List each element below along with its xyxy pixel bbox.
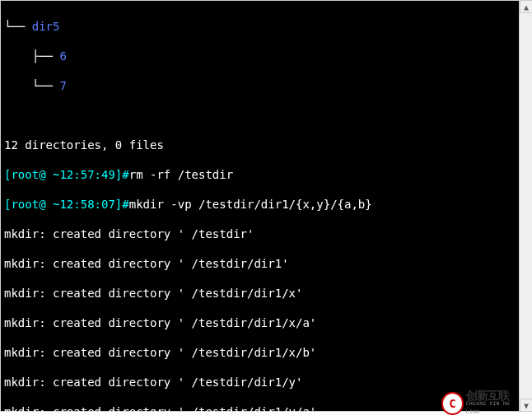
vertical-scrollbar[interactable]: ▲ ▼ xyxy=(519,0,532,412)
watermark-logo: C 创新互联 CHUANG XIN HU LIAN xyxy=(441,391,524,416)
directory-name: 7 xyxy=(59,79,66,92)
directory-name: dir5 xyxy=(32,20,60,33)
command-text: mkdir -vp /testdir/dir1/{x,y}/{a,b} xyxy=(129,198,372,211)
mkdir-output: mkdir: created directory ' /testdir/dir1… xyxy=(4,256,520,271)
tree-summary: 12 directories, 0 files xyxy=(4,138,520,152)
tree-output-line: └── dir5 xyxy=(4,19,520,34)
mkdir-output: mkdir: created directory ' /testdir/dir1… xyxy=(4,375,520,390)
tree-output-line: └── 7 xyxy=(4,78,520,93)
shell-prompt: [root@ ~12:58:07]# xyxy=(4,198,129,211)
mkdir-output: mkdir: created directory ' /testdir/dir1… xyxy=(4,315,520,330)
shell-prompt: [root@ ~12:57:49]# xyxy=(4,168,129,181)
mkdir-output: mkdir: created directory ' /testdir/dir1… xyxy=(4,345,520,360)
command-text: rm -rf /testdir xyxy=(129,168,233,181)
directory-name: 6 xyxy=(59,49,66,63)
logo-text: 创新互联 CHUANG XIN HU LIAN xyxy=(466,391,524,416)
blank-line xyxy=(4,108,520,123)
mkdir-output: mkdir: created directory ' /testdir' xyxy=(4,226,520,241)
mkdir-output: mkdir: created directory ' /testdir/dir1… xyxy=(4,286,520,301)
command-line: [root@ ~12:58:07]#mkdir -vp /testdir/dir… xyxy=(4,197,520,212)
command-line: [root@ ~12:57:49]#rm -rf /testdir xyxy=(4,167,520,182)
logo-icon: C xyxy=(441,392,464,415)
terminal-window[interactable]: └── dir5 ├── 6 └── 7 12 directories, 0 f… xyxy=(0,0,524,412)
tree-output-line: ├── 6 xyxy=(4,49,520,63)
scroll-up-arrow[interactable]: ▲ xyxy=(520,0,532,13)
